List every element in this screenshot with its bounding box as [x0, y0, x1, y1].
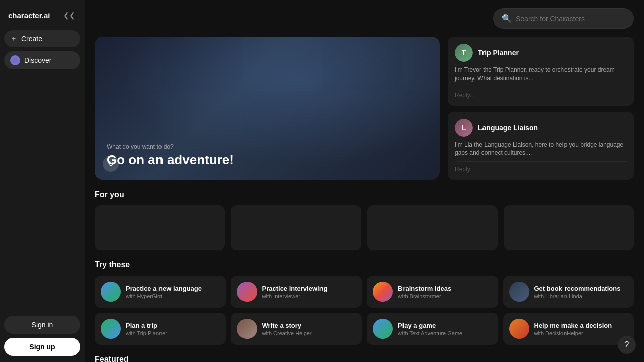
try-subtitle: with Librarian Linda	[534, 293, 621, 299]
try-title: Practice interviewing	[262, 285, 328, 293]
language-liaison-avatar: L	[455, 119, 473, 137]
for-you-grid	[95, 205, 634, 250]
try-subtitle: with HyperGlot	[126, 293, 202, 299]
try-subtitle: with Interviewer	[262, 293, 328, 299]
try-these-grid: Practice a new language with HyperGlot P…	[95, 276, 634, 345]
try-card[interactable]: Get book recommendations with Librarian …	[503, 276, 634, 308]
trip-planner-avatar: T	[455, 44, 473, 62]
for-you-card[interactable]	[231, 205, 361, 250]
collapse-button[interactable]: ❮❮	[62, 10, 76, 20]
try-title: Get book recommendations	[534, 285, 621, 293]
try-card[interactable]: Help me make a decision with DecisionHel…	[503, 313, 634, 345]
hero-card-header: T Trip Planner	[455, 44, 627, 62]
language-liaison-reply[interactable]: Reply...	[455, 161, 627, 173]
language-liaison-desc: I'm Lia the Language Liaison, here to he…	[455, 141, 627, 158]
hero-card-header: L Language Liaison	[455, 119, 627, 137]
search-bar[interactable]: 🔍	[493, 8, 634, 29]
sign-in-button[interactable]: Sign in	[4, 316, 80, 334]
try-title: Brainstorm ideas	[398, 285, 451, 293]
try-these-title: Try these	[95, 260, 634, 269]
try-these-section: Try these Practice a new language with H…	[95, 260, 634, 345]
try-card[interactable]: Play a game with Text Adventure Game	[367, 313, 498, 345]
refresh-button[interactable]: ↻	[103, 156, 119, 172]
try-card[interactable]: Brainstorm ideas with Brainstormer	[367, 276, 498, 308]
try-title: Practice a new language	[126, 285, 202, 293]
try-subtitle: with Text Adventure Game	[398, 330, 462, 336]
plus-icon: ＋	[10, 34, 17, 43]
avatar: T	[455, 44, 473, 62]
try-card[interactable]: Practice interviewing with Interviewer	[231, 276, 362, 308]
try-icon	[101, 319, 121, 339]
try-subtitle: with Brainstormer	[398, 293, 451, 299]
trip-planner-desc: I'm Trevor the Trip Planner, ready to or…	[455, 66, 627, 83]
sign-up-button[interactable]: Sign up	[4, 338, 80, 356]
try-card[interactable]: Practice a new language with HyperGlot	[95, 276, 226, 308]
hero-card-language-liaison[interactable]: L Language Liaison I'm Lia the Language …	[448, 112, 634, 180]
try-subtitle: with Creative Helper	[262, 330, 312, 336]
try-title: Plan a trip	[126, 322, 167, 330]
trip-planner-name: Trip Planner	[478, 49, 519, 57]
create-button[interactable]: ＋ Create	[4, 30, 80, 47]
try-icon	[373, 319, 393, 339]
for-you-card[interactable]	[367, 205, 498, 250]
header: 🔍	[95, 8, 634, 29]
try-icon	[373, 282, 393, 302]
try-title: Write a story	[262, 322, 312, 330]
hero-prompt: What do you want to do?	[107, 143, 428, 150]
hero-title: Go on an adventure!	[107, 152, 428, 168]
hero-banner: What do you want to do? Go on an adventu…	[95, 37, 440, 180]
try-subtitle: with Trip Planner	[126, 330, 167, 336]
featured-title: Featured	[95, 355, 634, 362]
try-subtitle: with DecisionHelper	[534, 330, 612, 336]
sidebar: character.ai ❮❮ ＋ Create Discover Sign i…	[0, 0, 85, 362]
try-icon	[101, 282, 121, 302]
avatar: L	[455, 119, 473, 137]
search-input[interactable]	[516, 15, 625, 23]
try-icon	[509, 282, 529, 302]
featured-section: Featured C Character Assistant By @lando…	[95, 355, 634, 362]
try-icon	[509, 319, 529, 339]
sidebar-logo: character.ai ❮❮	[4, 6, 80, 24]
help-button[interactable]: ?	[618, 336, 636, 354]
try-title: Play a game	[398, 322, 462, 330]
for-you-card[interactable]	[95, 205, 225, 250]
discover-icon	[10, 55, 20, 65]
app-logo: character.ai	[8, 11, 50, 20]
language-liaison-name: Language Liaison	[478, 124, 538, 132]
for-you-title: For you	[95, 190, 634, 199]
for-you-section: For you	[95, 190, 634, 250]
for-you-card[interactable]	[504, 205, 634, 250]
try-title: Help me make a decision	[534, 322, 612, 330]
hero-card-trip-planner[interactable]: T Trip Planner I'm Trevor the Trip Plann…	[448, 37, 634, 106]
discover-button[interactable]: Discover	[4, 51, 80, 69]
trip-planner-reply[interactable]: Reply...	[455, 87, 627, 99]
try-card[interactable]: Plan a trip with Trip Planner	[95, 313, 226, 345]
hero-cards: T Trip Planner I'm Trevor the Trip Plann…	[448, 37, 634, 180]
search-icon: 🔍	[502, 14, 512, 23]
try-icon	[237, 282, 257, 302]
try-icon	[237, 319, 257, 339]
try-card[interactable]: Write a story with Creative Helper	[231, 313, 362, 345]
hero-section: What do you want to do? Go on an adventu…	[95, 37, 634, 180]
main-content: 🔍 What do you want to do? Go on an adven…	[85, 0, 644, 362]
sidebar-bottom: Sign in Sign up	[4, 316, 80, 356]
